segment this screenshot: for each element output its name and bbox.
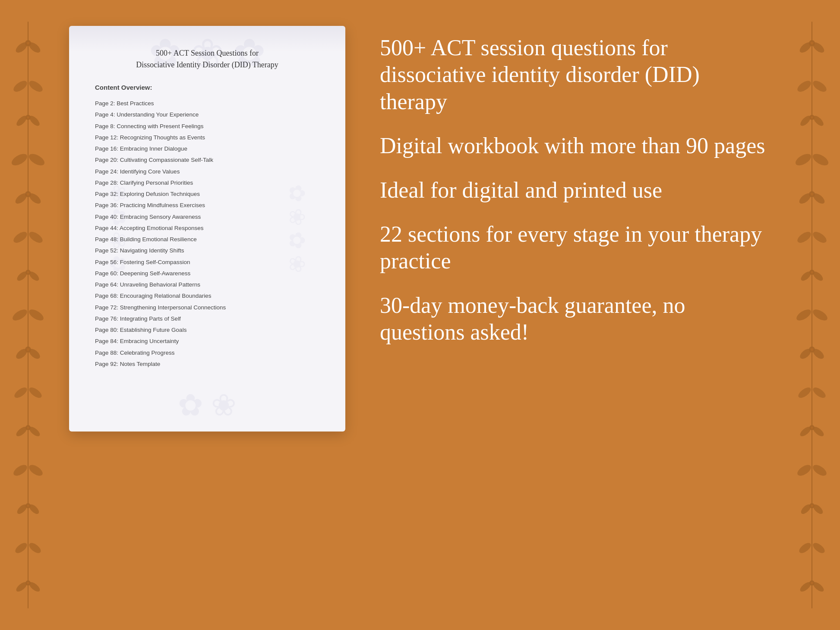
toc-item: Page 28: Clarifying Personal Priorities xyxy=(95,177,319,189)
toc-item: Page 40: Embracing Sensory Awareness xyxy=(95,211,319,223)
feature-text-4: 30-day money-back guarantee, no question… xyxy=(380,292,771,346)
toc-page-num: Page 28: xyxy=(95,180,118,186)
toc-page-num: Page 52: xyxy=(95,247,118,254)
toc-page-num: Page 76: xyxy=(95,315,118,322)
toc-item: Page 12: Recognizing Thoughts as Events xyxy=(95,132,319,143)
feature-text-3: 22 sections for every stage in your ther… xyxy=(380,221,771,275)
toc-page-num: Page 40: xyxy=(95,214,118,220)
doc-watermark-bottom: ✿ ❀ xyxy=(178,387,237,423)
toc-page-num: Page 64: xyxy=(95,281,118,288)
toc-item: Page 72: Strengthening Interpersonal Con… xyxy=(95,302,319,313)
toc-item: Page 84: Embracing Uncertainty xyxy=(95,336,319,347)
text-panel: 500+ ACT session questions for dissociat… xyxy=(380,26,771,363)
toc-page-num: Page 44: xyxy=(95,225,118,231)
toc-page-num: Page 68: xyxy=(95,293,118,299)
toc-page-num: Page 36: xyxy=(95,202,118,208)
toc-item: Page 80: Establishing Future Goals xyxy=(95,324,319,336)
toc-item: Page 76: Integrating Parts of Self xyxy=(95,313,319,324)
main-layout: ✿ ❀ ✿ ✿ ❀ ✿ ❀ ✿ ❀ ✿ ❀ ✿ ❀ 500+ ACT Sessi… xyxy=(0,0,840,630)
feature-text-1: Digital workbook with more than 90 pages xyxy=(380,132,771,159)
toc-page-num: Page 12: xyxy=(95,134,118,141)
toc-item: Page 56: Fostering Self-Compassion xyxy=(95,257,319,268)
toc-item: Page 44: Accepting Emotional Responses xyxy=(95,223,319,234)
toc-item: Page 36: Practicing Mindfulness Exercise… xyxy=(95,200,319,211)
toc-item: Page 20: Cultivating Compassionate Self-… xyxy=(95,154,319,166)
toc-item: Page 60: Deepening Self-Awareness xyxy=(95,268,319,279)
toc-page-num: Page 16: xyxy=(95,145,118,152)
toc-item: Page 16: Embracing Inner Dialogue xyxy=(95,143,319,154)
toc-page-num: Page 48: xyxy=(95,236,118,243)
toc-page-num: Page 80: xyxy=(95,327,118,333)
toc-item: Page 88: Celebrating Progress xyxy=(95,347,319,359)
doc-title-line1: 500+ ACT Session Questions for xyxy=(156,49,259,57)
toc-item: Page 2: Best Practices xyxy=(95,98,319,109)
toc-page-num: Page 8: xyxy=(95,123,115,129)
toc-item: Page 64: Unraveling Behavioral Patterns xyxy=(95,279,319,290)
toc-item: Page 32: Exploring Defusion Techniques xyxy=(95,189,319,200)
toc-item: Page 4: Understanding Your Experience xyxy=(95,109,319,120)
toc-item: Page 24: Identifying Core Values xyxy=(95,166,319,177)
toc-page-num: Page 72: xyxy=(95,304,118,311)
toc-item: Page 8: Connecting with Present Feelings xyxy=(95,121,319,132)
toc-page-num: Page 4: xyxy=(95,111,115,118)
toc-page-num: Page 92: xyxy=(95,361,118,367)
toc-page-num: Page 60: xyxy=(95,270,118,277)
doc-title-line2: Dissociative Identity Disorder (DID) The… xyxy=(136,60,278,69)
document-panel: ✿ ❀ ✿ ✿ ❀ ✿ ❀ ✿ ❀ ✿ ❀ ✿ ❀ 500+ ACT Sessi… xyxy=(69,26,345,432)
toc-page-num: Page 2: xyxy=(95,100,115,107)
toc-item: Page 92: Notes Template xyxy=(95,359,319,370)
feature-text-0: 500+ ACT session questions for dissociat… xyxy=(380,35,771,115)
toc-page-num: Page 24: xyxy=(95,168,118,175)
toc-page-num: Page 56: xyxy=(95,259,118,265)
doc-title: 500+ ACT Session Questions for Dissociat… xyxy=(95,47,319,71)
feature-text-2: Ideal for digital and printed use xyxy=(380,177,771,204)
toc-page-num: Page 20: xyxy=(95,157,118,163)
toc-page-num: Page 84: xyxy=(95,338,118,344)
toc-page-num: Page 88: xyxy=(95,350,118,356)
toc-item: Page 68: Encouraging Relational Boundari… xyxy=(95,290,319,302)
toc-list: Page 2: Best PracticesPage 4: Understand… xyxy=(95,98,319,370)
toc-item: Page 52: Navigating Identity Shifts xyxy=(95,245,319,256)
toc-page-num: Page 32: xyxy=(95,191,118,197)
content-overview-label: Content Overview: xyxy=(95,84,319,91)
toc-item: Page 48: Building Emotional Resilience xyxy=(95,234,319,245)
